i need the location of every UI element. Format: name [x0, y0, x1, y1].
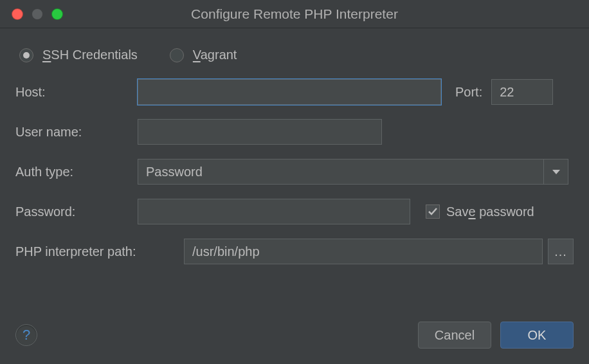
host-label: Host: — [15, 85, 138, 100]
vagrant-label: Vagrant — [193, 48, 237, 62]
dialog-footer: ? Cancel OK — [0, 322, 589, 364]
ok-button[interactable]: OK — [500, 322, 574, 349]
ssh-credentials-label: SSH Credentials — [42, 48, 138, 62]
help-icon: ? — [23, 327, 30, 343]
ssh-credentials-radio[interactable]: SSH Credentials — [19, 48, 138, 62]
window-minimize-button[interactable] — [32, 8, 43, 20]
cancel-button[interactable]: Cancel — [418, 322, 491, 349]
username-input[interactable] — [138, 119, 382, 145]
php-path-input[interactable] — [184, 239, 543, 264]
save-password-label: Save password — [446, 205, 534, 219]
port-label: Port: — [455, 85, 482, 100]
ellipsis-icon: ... — [554, 244, 567, 259]
traffic-lights — [0, 8, 63, 20]
password-label: Password: — [15, 205, 138, 219]
auth-type-label: Auth type: — [15, 165, 138, 179]
checkbox-icon — [426, 205, 440, 219]
browse-path-button[interactable]: ... — [548, 239, 574, 264]
dialog-content: SSH Credentials Vagrant Host: Port: User… — [0, 28, 589, 264]
radio-icon — [170, 48, 184, 62]
save-password-checkbox[interactable]: Save password — [426, 205, 534, 219]
auth-type-dropdown-button[interactable] — [544, 159, 568, 185]
auth-type-select[interactable]: Password — [138, 159, 568, 185]
titlebar: Configure Remote PHP Interpreter — [0, 0, 589, 28]
window-title: Configure Remote PHP Interpreter — [0, 6, 589, 22]
radio-icon — [19, 48, 33, 62]
auth-type-value: Password — [138, 159, 544, 185]
window-zoom-button[interactable] — [51, 8, 63, 20]
php-path-label: PHP interpreter path: — [15, 244, 184, 259]
chevron-down-icon — [552, 170, 560, 174]
password-input[interactable] — [138, 199, 410, 224]
vagrant-radio[interactable]: Vagrant — [170, 48, 237, 62]
username-label: User name: — [15, 125, 138, 140]
port-input[interactable] — [491, 79, 553, 105]
window-close-button[interactable] — [12, 8, 23, 20]
connection-type-group: SSH Credentials Vagrant — [15, 48, 574, 62]
help-button[interactable]: ? — [15, 324, 37, 346]
host-input[interactable] — [138, 79, 441, 105]
